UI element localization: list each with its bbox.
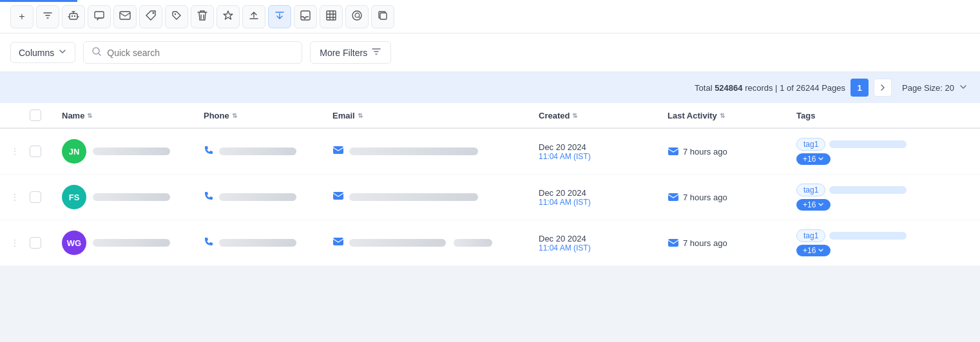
- name-cell: FS: [62, 185, 204, 209]
- filter-settings-icon: [371, 46, 381, 59]
- pagination-info: Total 524864 records | 1 of 26244 Pages: [695, 83, 845, 93]
- sort-name-icon: ⇅: [87, 112, 92, 119]
- svg-rect-14: [333, 192, 343, 200]
- star-button[interactable]: [216, 5, 240, 28]
- svg-rect-16: [333, 238, 343, 245]
- filter-button[interactable]: [36, 5, 59, 28]
- last-activity-cell: 7 hours ago: [668, 238, 796, 248]
- spreadsheet-icon: [325, 10, 337, 24]
- avatar: JN: [62, 139, 86, 164]
- svg-rect-10: [380, 13, 387, 19]
- phone-cell: [204, 191, 332, 204]
- page-size-label: Page Size: 20: [902, 83, 954, 93]
- tag-bar: [829, 140, 907, 148]
- search-box[interactable]: [83, 41, 302, 64]
- more-tags-button[interactable]: +16: [796, 245, 831, 256]
- drag-handle[interactable]: ⋮: [10, 146, 30, 157]
- label-button[interactable]: [139, 5, 162, 28]
- email-blurred: [349, 239, 446, 247]
- email-cell: [332, 237, 539, 249]
- spreadsheet-button[interactable]: [320, 5, 343, 28]
- name-blurred: [93, 193, 170, 201]
- search-input[interactable]: [107, 48, 294, 58]
- svg-rect-15: [668, 193, 678, 201]
- email-icon: [119, 11, 131, 23]
- row-checkbox[interactable]: [30, 191, 62, 203]
- row-checkbox[interactable]: [30, 146, 62, 157]
- email-button[interactable]: [113, 5, 137, 28]
- inbox-icon: [300, 10, 311, 24]
- star-icon: [222, 10, 234, 24]
- last-activity-cell: 7 hours ago: [668, 193, 796, 202]
- svg-rect-8: [327, 11, 336, 20]
- export-button[interactable]: [242, 5, 265, 28]
- drag-handle[interactable]: ⋮: [10, 238, 30, 248]
- last-activity-cell: 7 hours ago: [668, 147, 796, 157]
- current-page[interactable]: 1: [850, 79, 869, 97]
- tag-badge[interactable]: tag1: [796, 184, 825, 196]
- comment-icon: [93, 10, 105, 24]
- more-filters-button[interactable]: More Filters: [310, 41, 391, 64]
- svg-point-9: [352, 11, 361, 20]
- inbox-button[interactable]: [294, 5, 317, 28]
- drag-handle[interactable]: ⋮: [10, 192, 30, 202]
- col-header-name[interactable]: Name ⇅: [62, 111, 204, 120]
- email-envelope-icon[interactable]: [332, 146, 344, 157]
- delete-icon: [197, 10, 207, 24]
- row-checkbox[interactable]: [30, 237, 62, 249]
- svg-rect-0: [70, 14, 77, 19]
- whatsapp-icon: [351, 10, 363, 24]
- phone-icon[interactable]: [204, 191, 214, 204]
- header-checkbox[interactable]: [30, 109, 62, 121]
- bot-button[interactable]: [62, 5, 85, 28]
- email-envelope-icon[interactable]: [332, 191, 344, 203]
- sort-email-icon: ⇅: [358, 112, 363, 119]
- tag-icon: [171, 10, 182, 24]
- email-blurred: [349, 193, 478, 201]
- toolbar: +: [0, 0, 980, 33]
- more-tags-button[interactable]: +16: [796, 199, 831, 211]
- filter-icon: [43, 10, 53, 23]
- svg-rect-3: [95, 12, 104, 18]
- phone-cell: [204, 236, 332, 250]
- email-cell: [332, 146, 539, 157]
- email-envelope-icon[interactable]: [332, 237, 344, 249]
- tag-button[interactable]: [165, 5, 188, 28]
- pagination-bar: Total 524864 records | 1 of 26244 Pages …: [0, 72, 980, 103]
- duplicate-button[interactable]: [371, 5, 394, 28]
- total-count: 524864: [715, 83, 742, 93]
- tag-item: tag1: [796, 229, 970, 242]
- delete-button[interactable]: [191, 5, 214, 28]
- phone-cell: [204, 145, 332, 158]
- import-button-wrapper: Import Contacts: [268, 5, 291, 28]
- contacts-table: Name ⇅ Phone ⇅ Email ⇅ Created ⇅ Last Ac…: [0, 103, 980, 266]
- name-cell: JN: [62, 139, 204, 164]
- phone-icon[interactable]: [204, 145, 214, 158]
- tags-cell: tag1 +16: [796, 184, 970, 211]
- tag-item: tag1: [796, 184, 970, 196]
- col-header-phone[interactable]: Phone ⇅: [204, 111, 332, 120]
- bot-icon: [68, 10, 79, 24]
- add-button[interactable]: +: [10, 5, 34, 28]
- tag-badge[interactable]: tag1: [796, 138, 825, 151]
- col-header-last-activity[interactable]: Last Activity ⇅: [668, 111, 796, 120]
- page-size-chevron[interactable]: [959, 83, 967, 93]
- tag-badge[interactable]: tag1: [796, 229, 825, 242]
- name-cell: WG: [62, 231, 204, 255]
- svg-rect-7: [301, 11, 310, 20]
- import-button[interactable]: [268, 5, 291, 28]
- created-cell: Dec 20 2024 11:04 AM (IST): [539, 234, 668, 252]
- more-tags-button[interactable]: +16: [796, 153, 831, 165]
- tag-bar: [829, 186, 907, 194]
- col-header-created[interactable]: Created ⇅: [539, 111, 668, 120]
- table-row: ⋮ JN Dec 20 2024 11:04 AM (IST): [0, 129, 980, 175]
- sort-phone-icon: ⇅: [232, 112, 237, 119]
- whatsapp-button[interactable]: [345, 5, 369, 28]
- col-header-email[interactable]: Email ⇅: [332, 111, 539, 120]
- columns-button[interactable]: Columns: [10, 42, 75, 63]
- sort-created-icon: ⇅: [572, 112, 577, 119]
- tag-item: tag1: [796, 138, 970, 151]
- comment-button[interactable]: [88, 5, 111, 28]
- phone-icon[interactable]: [204, 236, 214, 250]
- next-page-button[interactable]: [874, 79, 892, 97]
